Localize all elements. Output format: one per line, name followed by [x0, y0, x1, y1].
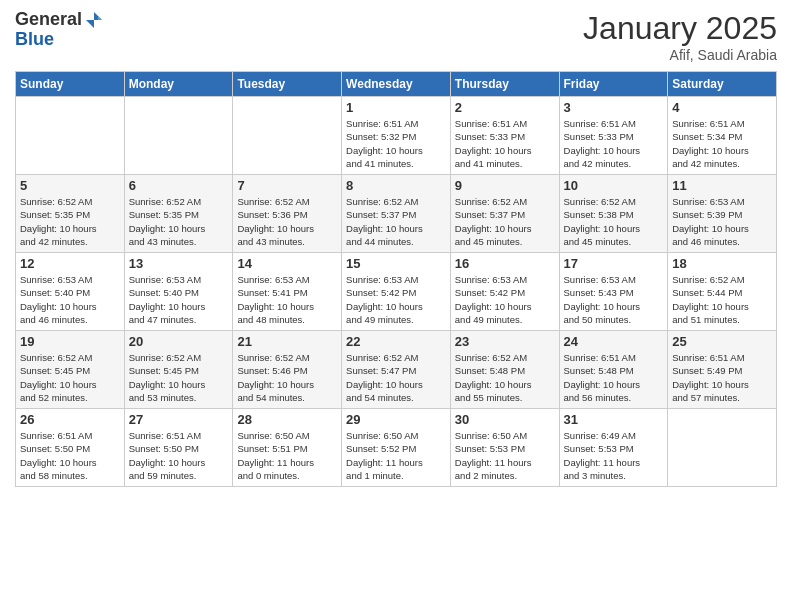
day-cell: 1Sunrise: 6:51 AMSunset: 5:32 PMDaylight… — [342, 97, 451, 175]
logo-blue-text: Blue — [15, 30, 104, 50]
logo-icon — [84, 10, 104, 30]
day-number: 9 — [455, 178, 555, 193]
calendar-header-row: Sunday Monday Tuesday Wednesday Thursday… — [16, 72, 777, 97]
day-info: Sunrise: 6:52 AMSunset: 5:47 PMDaylight:… — [346, 351, 446, 404]
day-info: Sunrise: 6:53 AMSunset: 5:42 PMDaylight:… — [455, 273, 555, 326]
day-cell — [124, 97, 233, 175]
day-info: Sunrise: 6:53 AMSunset: 5:42 PMDaylight:… — [346, 273, 446, 326]
day-number: 28 — [237, 412, 337, 427]
day-info: Sunrise: 6:50 AMSunset: 5:53 PMDaylight:… — [455, 429, 555, 482]
day-cell — [668, 409, 777, 487]
col-sunday: Sunday — [16, 72, 125, 97]
day-cell: 26Sunrise: 6:51 AMSunset: 5:50 PMDayligh… — [16, 409, 125, 487]
day-info: Sunrise: 6:52 AMSunset: 5:44 PMDaylight:… — [672, 273, 772, 326]
col-friday: Friday — [559, 72, 668, 97]
day-number: 24 — [564, 334, 664, 349]
day-number: 8 — [346, 178, 446, 193]
day-cell: 16Sunrise: 6:53 AMSunset: 5:42 PMDayligh… — [450, 253, 559, 331]
day-info: Sunrise: 6:52 AMSunset: 5:37 PMDaylight:… — [455, 195, 555, 248]
week-row-4: 19Sunrise: 6:52 AMSunset: 5:45 PMDayligh… — [16, 331, 777, 409]
month-title: January 2025 — [583, 10, 777, 47]
day-cell — [16, 97, 125, 175]
day-cell: 29Sunrise: 6:50 AMSunset: 5:52 PMDayligh… — [342, 409, 451, 487]
day-cell: 3Sunrise: 6:51 AMSunset: 5:33 PMDaylight… — [559, 97, 668, 175]
day-cell: 13Sunrise: 6:53 AMSunset: 5:40 PMDayligh… — [124, 253, 233, 331]
day-number: 20 — [129, 334, 229, 349]
week-row-5: 26Sunrise: 6:51 AMSunset: 5:50 PMDayligh… — [16, 409, 777, 487]
day-info: Sunrise: 6:52 AMSunset: 5:45 PMDaylight:… — [20, 351, 120, 404]
day-number: 10 — [564, 178, 664, 193]
day-info: Sunrise: 6:53 AMSunset: 5:40 PMDaylight:… — [20, 273, 120, 326]
day-cell: 2Sunrise: 6:51 AMSunset: 5:33 PMDaylight… — [450, 97, 559, 175]
day-info: Sunrise: 6:53 AMSunset: 5:43 PMDaylight:… — [564, 273, 664, 326]
day-number: 14 — [237, 256, 337, 271]
day-info: Sunrise: 6:53 AMSunset: 5:40 PMDaylight:… — [129, 273, 229, 326]
col-saturday: Saturday — [668, 72, 777, 97]
day-info: Sunrise: 6:51 AMSunset: 5:50 PMDaylight:… — [20, 429, 120, 482]
day-cell: 15Sunrise: 6:53 AMSunset: 5:42 PMDayligh… — [342, 253, 451, 331]
day-cell — [233, 97, 342, 175]
day-cell: 31Sunrise: 6:49 AMSunset: 5:53 PMDayligh… — [559, 409, 668, 487]
day-number: 30 — [455, 412, 555, 427]
day-info: Sunrise: 6:51 AMSunset: 5:33 PMDaylight:… — [455, 117, 555, 170]
logo-general-text: General — [15, 10, 82, 30]
day-cell: 30Sunrise: 6:50 AMSunset: 5:53 PMDayligh… — [450, 409, 559, 487]
day-info: Sunrise: 6:50 AMSunset: 5:52 PMDaylight:… — [346, 429, 446, 482]
day-cell: 5Sunrise: 6:52 AMSunset: 5:35 PMDaylight… — [16, 175, 125, 253]
day-info: Sunrise: 6:52 AMSunset: 5:36 PMDaylight:… — [237, 195, 337, 248]
day-number: 18 — [672, 256, 772, 271]
day-cell: 27Sunrise: 6:51 AMSunset: 5:50 PMDayligh… — [124, 409, 233, 487]
day-info: Sunrise: 6:51 AMSunset: 5:49 PMDaylight:… — [672, 351, 772, 404]
day-info: Sunrise: 6:52 AMSunset: 5:45 PMDaylight:… — [129, 351, 229, 404]
day-number: 22 — [346, 334, 446, 349]
day-cell: 4Sunrise: 6:51 AMSunset: 5:34 PMDaylight… — [668, 97, 777, 175]
day-info: Sunrise: 6:52 AMSunset: 5:46 PMDaylight:… — [237, 351, 337, 404]
day-number: 25 — [672, 334, 772, 349]
day-number: 4 — [672, 100, 772, 115]
day-info: Sunrise: 6:51 AMSunset: 5:48 PMDaylight:… — [564, 351, 664, 404]
week-row-1: 1Sunrise: 6:51 AMSunset: 5:32 PMDaylight… — [16, 97, 777, 175]
day-cell: 9Sunrise: 6:52 AMSunset: 5:37 PMDaylight… — [450, 175, 559, 253]
day-cell: 22Sunrise: 6:52 AMSunset: 5:47 PMDayligh… — [342, 331, 451, 409]
day-info: Sunrise: 6:52 AMSunset: 5:37 PMDaylight:… — [346, 195, 446, 248]
day-cell: 24Sunrise: 6:51 AMSunset: 5:48 PMDayligh… — [559, 331, 668, 409]
day-number: 21 — [237, 334, 337, 349]
day-number: 26 — [20, 412, 120, 427]
day-cell: 23Sunrise: 6:52 AMSunset: 5:48 PMDayligh… — [450, 331, 559, 409]
day-number: 16 — [455, 256, 555, 271]
day-info: Sunrise: 6:51 AMSunset: 5:50 PMDaylight:… — [129, 429, 229, 482]
day-number: 5 — [20, 178, 120, 193]
day-cell: 25Sunrise: 6:51 AMSunset: 5:49 PMDayligh… — [668, 331, 777, 409]
day-cell: 17Sunrise: 6:53 AMSunset: 5:43 PMDayligh… — [559, 253, 668, 331]
col-tuesday: Tuesday — [233, 72, 342, 97]
day-cell: 10Sunrise: 6:52 AMSunset: 5:38 PMDayligh… — [559, 175, 668, 253]
col-wednesday: Wednesday — [342, 72, 451, 97]
day-info: Sunrise: 6:51 AMSunset: 5:32 PMDaylight:… — [346, 117, 446, 170]
day-cell: 18Sunrise: 6:52 AMSunset: 5:44 PMDayligh… — [668, 253, 777, 331]
day-cell: 28Sunrise: 6:50 AMSunset: 5:51 PMDayligh… — [233, 409, 342, 487]
day-info: Sunrise: 6:52 AMSunset: 5:38 PMDaylight:… — [564, 195, 664, 248]
day-number: 6 — [129, 178, 229, 193]
day-cell: 6Sunrise: 6:52 AMSunset: 5:35 PMDaylight… — [124, 175, 233, 253]
col-thursday: Thursday — [450, 72, 559, 97]
header: General Blue January 2025 Afif, Saudi Ar… — [15, 10, 777, 63]
day-cell: 21Sunrise: 6:52 AMSunset: 5:46 PMDayligh… — [233, 331, 342, 409]
day-info: Sunrise: 6:52 AMSunset: 5:48 PMDaylight:… — [455, 351, 555, 404]
calendar-table: Sunday Monday Tuesday Wednesday Thursday… — [15, 71, 777, 487]
title-area: January 2025 Afif, Saudi Arabia — [583, 10, 777, 63]
day-info: Sunrise: 6:49 AMSunset: 5:53 PMDaylight:… — [564, 429, 664, 482]
day-cell: 8Sunrise: 6:52 AMSunset: 5:37 PMDaylight… — [342, 175, 451, 253]
day-cell: 14Sunrise: 6:53 AMSunset: 5:41 PMDayligh… — [233, 253, 342, 331]
day-info: Sunrise: 6:52 AMSunset: 5:35 PMDaylight:… — [129, 195, 229, 248]
day-cell: 20Sunrise: 6:52 AMSunset: 5:45 PMDayligh… — [124, 331, 233, 409]
day-number: 1 — [346, 100, 446, 115]
day-cell: 11Sunrise: 6:53 AMSunset: 5:39 PMDayligh… — [668, 175, 777, 253]
day-cell: 7Sunrise: 6:52 AMSunset: 5:36 PMDaylight… — [233, 175, 342, 253]
logo: General Blue — [15, 10, 104, 50]
day-info: Sunrise: 6:50 AMSunset: 5:51 PMDaylight:… — [237, 429, 337, 482]
page-container: General Blue January 2025 Afif, Saudi Ar… — [0, 0, 792, 497]
day-number: 11 — [672, 178, 772, 193]
location-subtitle: Afif, Saudi Arabia — [583, 47, 777, 63]
day-info: Sunrise: 6:51 AMSunset: 5:34 PMDaylight:… — [672, 117, 772, 170]
day-number: 23 — [455, 334, 555, 349]
